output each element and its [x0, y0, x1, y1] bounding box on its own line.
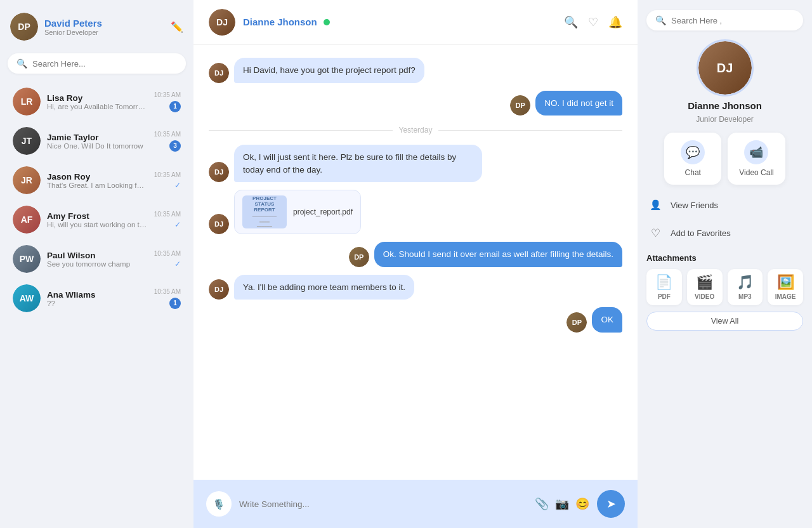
videocall-action-btn[interactable]: 📹 Video Call — [728, 133, 785, 185]
message-row-7: OK DP — [209, 307, 622, 333]
message-row-2: NO. I did not get it DP — [209, 91, 622, 116]
chat-header-icons: 🔍 ♡ 🔔 — [564, 15, 622, 29]
bubble-1: Hi David, have you got the project repor… — [234, 58, 424, 83]
msg-avatar-7: DP — [566, 312, 587, 333]
emoji-icon[interactable]: 😊 — [575, 497, 589, 511]
contact-item-lisa[interactable]: LR Lisa Roy Hi, are you Available Tomorr… — [8, 82, 186, 121]
pdf-label: PDF — [658, 293, 671, 300]
messages-area: DJ Hi David, have you got the project re… — [193, 45, 638, 480]
right-search-icon: 🔍 — [655, 15, 666, 25]
profile-role: Junior Developer — [696, 115, 754, 124]
contact-name-jason: Jason Roy — [47, 172, 148, 182]
msg-avatar-6: DJ — [209, 279, 229, 300]
contact-item-jamie[interactable]: JT Jamie Taylor Nice One. Will Do It tom… — [8, 122, 186, 160]
view-friends-item[interactable]: 👤 View Friends — [646, 194, 803, 216]
contact-avatar-amy: AF — [13, 206, 41, 234]
image-label: IMAGE — [775, 293, 796, 300]
heart-icon[interactable]: ♡ — [588, 15, 598, 29]
date-divider: Yesterday — [209, 126, 622, 135]
chat-action-label: Chat — [685, 168, 701, 177]
contact-badge-jamie: 3 — [169, 140, 181, 152]
contact-info-lisa: Lisa Roy Hi, are you Available Tomorrow? — [47, 93, 148, 110]
chat-action-icon: 💬 — [681, 140, 705, 164]
add-favorites-item[interactable]: ♡ Add to Favorites — [646, 221, 803, 244]
contact-info-jamie: Jamie Taylor Nice One. Will Do It tomorr… — [47, 133, 148, 150]
user-avatar-img: DP — [10, 13, 38, 41]
contact-badge-lisa: 1 — [169, 101, 181, 112]
user-avatar: DP — [10, 13, 38, 41]
contact-info-amy: Amy Frost Hi, will you start working on … — [47, 211, 148, 228]
attach-icon[interactable]: 📎 — [535, 497, 549, 511]
contact-name-lisa: Lisa Roy — [47, 93, 148, 103]
profile-avatar: DJ — [697, 39, 754, 96]
mp3-icon: 🎵 — [737, 274, 754, 291]
msg-avatar-5: DP — [349, 247, 369, 267]
contact-item-amy[interactable]: AF Amy Frost Hi, will you start working … — [8, 201, 186, 239]
bubble-5: Ok. Should I send it over email as well … — [374, 242, 622, 267]
profile-name: Dianne Jhonson — [688, 100, 762, 111]
contact-item-paul[interactable]: PW Paul Wilson See you tomorrow champ 10… — [8, 240, 186, 278]
contact-preview-lisa: Hi, are you Available Tomorrow? — [47, 103, 148, 110]
msg-avatar-3: DJ — [209, 162, 229, 182]
contact-time-jamie: 10:35 AM — [154, 131, 181, 138]
right-search: 🔍 — [646, 10, 803, 30]
attachments-title: Attachments — [646, 253, 803, 263]
mp3-label: MP3 — [738, 293, 752, 300]
contact-check-jason: ✓ — [174, 181, 181, 190]
contact-meta-jamie: 10:35 AM 3 — [154, 131, 181, 152]
user-name: David Peters — [44, 18, 102, 29]
sidebar-header: DP David Peters Senior Developer ✏️ — [8, 10, 186, 43]
mic-button[interactable]: 🎙️ — [206, 491, 232, 517]
file-name: project_report.pdf — [293, 208, 353, 216]
search-icon: 🔍 — [16, 58, 27, 69]
contact-check-paul: ✓ — [174, 260, 181, 268]
chat-main: DJ Dianne Jhonson 🔍 ♡ 🔔 DJ Hi David, hav… — [193, 0, 638, 528]
image-icon: 🖼️ — [777, 274, 794, 291]
view-all-button[interactable]: View All — [646, 312, 803, 331]
view-friends-label: View Friends — [671, 201, 718, 210]
contact-name-amy: Amy Frost — [47, 211, 148, 221]
send-button[interactable]: ➤ — [597, 490, 625, 518]
message-row-6: DJ Ya. I'll be adding more team members … — [209, 275, 622, 300]
contact-preview-amy: Hi, will you start working on the chat a… — [47, 221, 148, 228]
chat-header-left: DJ Dianne Jhonson — [209, 9, 330, 36]
attachment-video[interactable]: 🎬 VIDEO — [687, 269, 723, 305]
message-row-5: Ok. Should I send it over email as well … — [209, 242, 622, 267]
chat-input-bar: 🎙️ 📎 📷 😊 ➤ — [193, 480, 638, 528]
contact-preview-jason: That's Great. I am Looking forward to ha… — [47, 182, 148, 189]
message-row-3: DJ Ok, I will just sent it here. Plz be … — [209, 145, 622, 182]
attachments-section: Attachments 📄 PDF 🎬 VIDEO 🎵 MP3 🖼️ IMAGE… — [646, 253, 803, 331]
user-role: Senior Developer — [44, 29, 102, 36]
attachment-pdf[interactable]: 📄 PDF — [646, 269, 682, 305]
file-thumb: PROJECT STATUS REPORT ───────── ━━━━ ━━━… — [242, 195, 287, 228]
video-label: VIDEO — [695, 293, 714, 300]
contact-name-paul: Paul Wilson — [47, 251, 148, 260]
notification-icon[interactable]: 🔔 — [608, 15, 622, 29]
edit-icon[interactable]: ✏️ — [171, 21, 183, 33]
sidebar-search-input[interactable] — [32, 59, 177, 69]
attachment-image[interactable]: 🖼️ IMAGE — [768, 269, 803, 305]
contact-time-amy: 10:35 AM — [154, 211, 181, 218]
contact-name-ana: Ana Wliams — [47, 290, 148, 300]
contact-info-paul: Paul Wilson See you tomorrow champ — [47, 251, 148, 268]
contact-info-jason: Jason Roy That's Great. I am Looking for… — [47, 172, 148, 189]
message-row-1: DJ Hi David, have you got the project re… — [209, 58, 622, 83]
search-chat-icon[interactable]: 🔍 — [564, 15, 578, 29]
contact-item-jason[interactable]: JR Jason Roy That's Great. I am Looking … — [8, 161, 186, 199]
contact-meta-paul: 10:35 AM ✓ — [154, 250, 181, 268]
contact-time-lisa: 10:35 AM — [154, 91, 181, 98]
contact-preview-ana: ?? — [47, 300, 148, 307]
attachment-mp3[interactable]: 🎵 MP3 — [728, 269, 763, 305]
contact-item-ana[interactable]: AW Ana Wliams ?? 10:35 AM 1 — [8, 279, 186, 317]
chat-action-btn[interactable]: 💬 Chat — [664, 133, 721, 185]
msg-avatar-2: DP — [510, 95, 530, 116]
right-panel: 🔍 DJ Dianne Jhonson Junior Developer 💬 C… — [638, 0, 812, 528]
chat-header: DJ Dianne Jhonson 🔍 ♡ 🔔 — [193, 0, 638, 45]
camera-icon[interactable]: 📷 — [555, 497, 569, 511]
contact-meta-jason: 10:35 AM ✓ — [154, 171, 181, 190]
right-search-input[interactable] — [671, 16, 794, 25]
file-attachment-bubble[interactable]: PROJECT STATUS REPORT ───────── ━━━━ ━━━… — [234, 190, 361, 234]
bubble-2: NO. I did not get it — [535, 91, 622, 116]
contact-time-ana: 10:35 AM — [154, 288, 181, 295]
message-input[interactable] — [239, 499, 527, 509]
